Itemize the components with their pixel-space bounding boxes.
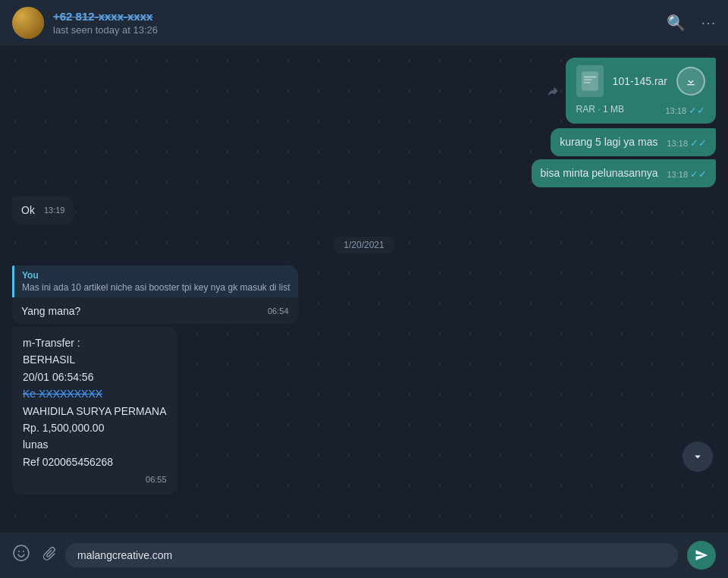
message-time: 13:19 (44, 206, 65, 215)
file-meta: RAR · 1 MB (576, 104, 624, 115)
scroll-down-button[interactable] (682, 441, 713, 472)
emoji-button[interactable] (12, 544, 30, 567)
date-badge: 1/20/2021 (333, 237, 394, 253)
contact-status: last seen today at 13:26 (53, 24, 667, 36)
transfer-line-7: lunas (23, 436, 167, 453)
attach-button[interactable] (34, 542, 61, 568)
more-options-icon[interactable]: ⋯ (701, 14, 716, 32)
svg-point-2 (18, 551, 20, 552)
forward-icon-wrapper (546, 58, 560, 124)
quoted-bubble: You Mas ini ada 10 artikel niche asi boo… (12, 265, 298, 324)
send-button[interactable] (687, 541, 716, 570)
message-time: 13:18 ✓✓ (667, 137, 707, 149)
file-row: 101-145.rar (576, 65, 705, 97)
svg-point-3 (23, 551, 24, 552)
header-actions: 🔍 ⋯ (667, 14, 716, 32)
transfer-line-6: Rp. 1,500,000.00 (23, 419, 167, 436)
message-row: kurang 5 lagi ya mas 13:18 ✓✓ (12, 128, 716, 156)
transfer-bubble: m-Transfer : BERHASIL 20/01 06:54:56 Ke … (12, 327, 177, 495)
reply-text: Yang mana? (21, 305, 80, 317)
file-name: 101-145.rar (613, 75, 667, 87)
message-time: 06:54 (268, 306, 289, 316)
message-row: You Mas ini ada 10 artikel niche asi boo… (12, 265, 716, 324)
transfer-line-5: WAHIDILA SURYA PERMANA (23, 403, 167, 419)
transfer-line-4: Ke XXXXXXXXX (23, 385, 167, 402)
text-bubble: Ok 13:19 (12, 196, 74, 225)
read-receipt: ✓✓ (690, 168, 707, 180)
transfer-line-2: BERHASIL (23, 351, 167, 368)
text-bubble: kurang 5 lagi ya mas 13:18 ✓✓ (551, 128, 716, 156)
message-time: 13:18 ✓✓ (667, 168, 707, 180)
message-text: Ok (21, 204, 35, 216)
download-button[interactable] (676, 67, 705, 96)
quote-block: You Mas ini ada 10 artikel niche asi boo… (12, 265, 298, 297)
transfer-line-3: 20/01 06:54:56 (23, 369, 167, 385)
message-text: kurang 5 lagi ya mas (560, 136, 657, 148)
message-container: 101-145.rar RAR · 1 MB 13:18 ✓✓ (12, 58, 716, 495)
date-divider: 1/20/2021 (12, 237, 716, 253)
message-row: Ok 13:19 (12, 196, 716, 225)
file-message-bubble: 101-145.rar RAR · 1 MB 13:18 ✓✓ (566, 58, 716, 124)
reply-body: Yang mana? 06:54 (12, 297, 298, 324)
read-receipt: ✓✓ (690, 137, 707, 149)
message-row: m-Transfer : BERHASIL 20/01 06:54:56 Ke … (12, 327, 716, 495)
quote-sender: You (22, 270, 290, 281)
chat-header: +62 812-xxxx-xxxx last seen today at 13:… (0, 0, 728, 46)
svg-rect-0 (582, 71, 598, 91)
transfer-line-1: m-Transfer : (23, 335, 167, 351)
read-receipt: ✓✓ (689, 105, 705, 116)
message-input[interactable] (65, 543, 678, 567)
message-text: bisa minta pelunasannya (541, 167, 658, 179)
message-time: 06:55 (146, 473, 167, 487)
contact-info: +62 812-xxxx-xxxx last seen today at 13:… (53, 10, 667, 36)
chat-area: 101-145.rar RAR · 1 MB 13:18 ✓✓ (0, 46, 728, 532)
message-time: 13:18 ✓✓ (665, 105, 705, 116)
message-row: 101-145.rar RAR · 1 MB 13:18 ✓✓ (12, 58, 716, 124)
message-row: bisa minta pelunasannya 13:18 ✓✓ (12, 159, 716, 187)
search-icon[interactable]: 🔍 (667, 14, 686, 32)
quote-text: Mas ini ada 10 artikel niche asi booster… (22, 282, 290, 293)
text-bubble: bisa minta pelunasannya 13:18 ✓✓ (532, 159, 716, 187)
avatar[interactable] (12, 7, 44, 39)
contact-name[interactable]: +62 812-xxxx-xxxx (53, 10, 667, 23)
svg-point-1 (14, 545, 29, 561)
input-area (0, 532, 728, 578)
file-icon (576, 65, 604, 97)
transfer-line-8: Ref 020065456268 (23, 454, 167, 470)
